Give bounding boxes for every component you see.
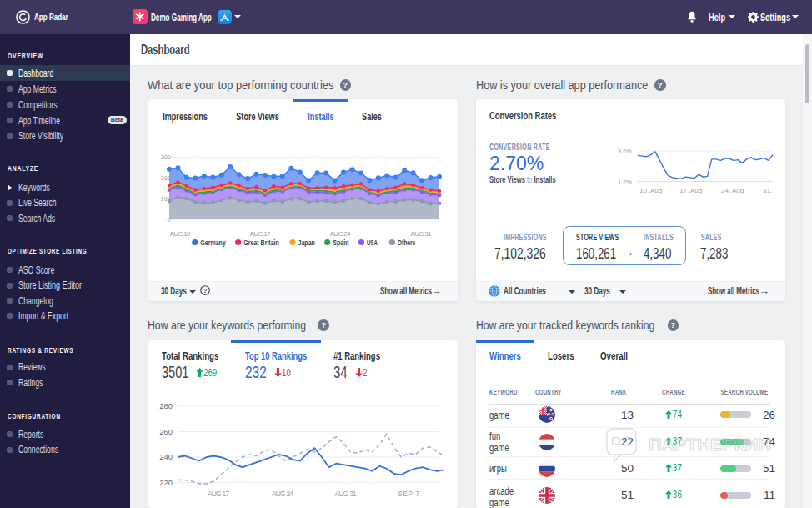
svg-text:Great Britain: Great Britain	[243, 239, 279, 247]
svg-text:AUG 17: AUG 17	[208, 490, 229, 498]
svg-text:3.6%: 3.6%	[618, 148, 632, 155]
svg-text:280: 280	[159, 401, 173, 410]
svg-text:?: ?	[203, 287, 208, 294]
svg-text:240: 240	[159, 452, 173, 461]
svg-text:220: 220	[159, 478, 173, 487]
svg-text:10. Aug: 10. Aug	[639, 187, 662, 194]
svg-text:AUG 31: AUG 31	[411, 230, 433, 238]
svg-text:AUG 10: AUG 10	[170, 230, 192, 238]
svg-text:17. Aug: 17. Aug	[679, 187, 702, 194]
svg-text:AUG 17: AUG 17	[250, 230, 272, 238]
svg-text:Spain: Spain	[333, 239, 348, 247]
svg-text:24. Aug: 24. Aug	[721, 187, 744, 194]
svg-text:300: 300	[160, 153, 171, 161]
svg-text:31.: 31.	[763, 187, 772, 194]
svg-text:SEP 7: SEP 7	[398, 490, 419, 498]
svg-text:Germany: Germany	[200, 239, 225, 247]
svg-text:Others: Others	[398, 239, 416, 247]
svg-text:AUG 24: AUG 24	[330, 230, 352, 238]
svg-text:AUG 24: AUG 24	[272, 490, 293, 498]
svg-text:AUG 31: AUG 31	[335, 490, 357, 498]
svg-text:Japan: Japan	[298, 239, 315, 247]
svg-text:1.2%: 1.2%	[618, 179, 632, 186]
svg-text:USA: USA	[367, 239, 378, 247]
svg-text:ПАРТНЕРКИН: ПАРТНЕРКИН	[649, 435, 771, 454]
svg-text:260: 260	[159, 427, 173, 436]
